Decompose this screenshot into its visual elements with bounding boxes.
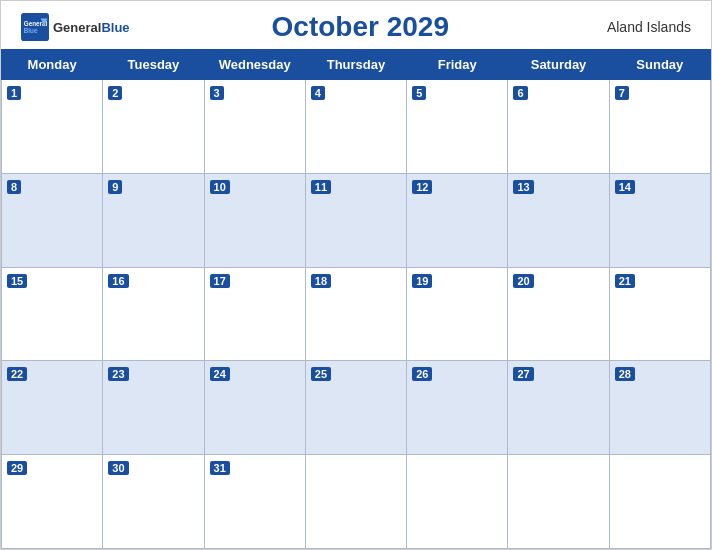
calendar-cell: 4 bbox=[305, 80, 406, 174]
region-label: Aland Islands bbox=[591, 19, 691, 35]
calendar-cell bbox=[305, 455, 406, 549]
calendar-cell: 12 bbox=[407, 173, 508, 267]
calendar-cell: 7 bbox=[609, 80, 710, 174]
calendar-cell: 13 bbox=[508, 173, 609, 267]
calendar-cell: 2 bbox=[103, 80, 204, 174]
day-number: 5 bbox=[412, 86, 426, 100]
calendar-week-row-4: 22232425262728 bbox=[2, 361, 711, 455]
day-number: 19 bbox=[412, 274, 432, 288]
calendar-cell: 23 bbox=[103, 361, 204, 455]
logo-icon: General Blue bbox=[21, 13, 49, 41]
calendar-week-row-3: 15161718192021 bbox=[2, 267, 711, 361]
day-number: 10 bbox=[210, 180, 230, 194]
calendar-cell: 8 bbox=[2, 173, 103, 267]
header-friday: Friday bbox=[407, 50, 508, 80]
header-wednesday: Wednesday bbox=[204, 50, 305, 80]
day-number: 31 bbox=[210, 461, 230, 475]
day-number: 30 bbox=[108, 461, 128, 475]
day-number: 20 bbox=[513, 274, 533, 288]
day-number: 11 bbox=[311, 180, 331, 194]
calendar-cell: 26 bbox=[407, 361, 508, 455]
calendar-cell: 1 bbox=[2, 80, 103, 174]
day-number: 14 bbox=[615, 180, 635, 194]
day-number: 17 bbox=[210, 274, 230, 288]
logo-general-text: General bbox=[53, 20, 101, 35]
day-number: 24 bbox=[210, 367, 230, 381]
calendar-cell: 10 bbox=[204, 173, 305, 267]
header-monday: Monday bbox=[2, 50, 103, 80]
day-number: 29 bbox=[7, 461, 27, 475]
calendar-cell bbox=[407, 455, 508, 549]
logo-blue-text: Blue bbox=[101, 20, 129, 35]
day-number: 22 bbox=[7, 367, 27, 381]
calendar-cell: 22 bbox=[2, 361, 103, 455]
day-number: 18 bbox=[311, 274, 331, 288]
day-number: 25 bbox=[311, 367, 331, 381]
calendar-header: General Blue GeneralBlue October 2029 Al… bbox=[1, 1, 711, 49]
day-number: 6 bbox=[513, 86, 527, 100]
day-number: 1 bbox=[7, 86, 21, 100]
day-number: 21 bbox=[615, 274, 635, 288]
day-number: 2 bbox=[108, 86, 122, 100]
calendar-cell: 11 bbox=[305, 173, 406, 267]
day-number: 4 bbox=[311, 86, 325, 100]
calendar-table: Monday Tuesday Wednesday Thursday Friday… bbox=[1, 49, 711, 549]
calendar-cell: 14 bbox=[609, 173, 710, 267]
header-sunday: Sunday bbox=[609, 50, 710, 80]
calendar-cell: 20 bbox=[508, 267, 609, 361]
calendar-wrapper: General Blue GeneralBlue October 2029 Al… bbox=[0, 0, 712, 550]
calendar-cell: 9 bbox=[103, 173, 204, 267]
calendar-cell: 5 bbox=[407, 80, 508, 174]
header-thursday: Thursday bbox=[305, 50, 406, 80]
day-number: 26 bbox=[412, 367, 432, 381]
calendar-cell: 17 bbox=[204, 267, 305, 361]
calendar-cell: 6 bbox=[508, 80, 609, 174]
weekday-header-row: Monday Tuesday Wednesday Thursday Friday… bbox=[2, 50, 711, 80]
calendar-cell: 27 bbox=[508, 361, 609, 455]
header-saturday: Saturday bbox=[508, 50, 609, 80]
calendar-week-row-5: 293031 bbox=[2, 455, 711, 549]
day-number: 28 bbox=[615, 367, 635, 381]
day-number: 16 bbox=[108, 274, 128, 288]
logo-area: General Blue GeneralBlue bbox=[21, 13, 130, 41]
header-tuesday: Tuesday bbox=[103, 50, 204, 80]
day-number: 15 bbox=[7, 274, 27, 288]
calendar-cell: 30 bbox=[103, 455, 204, 549]
calendar-cell: 19 bbox=[407, 267, 508, 361]
day-number: 7 bbox=[615, 86, 629, 100]
day-number: 9 bbox=[108, 180, 122, 194]
calendar-cell: 3 bbox=[204, 80, 305, 174]
svg-text:Blue: Blue bbox=[24, 27, 38, 34]
day-number: 13 bbox=[513, 180, 533, 194]
calendar-cell: 29 bbox=[2, 455, 103, 549]
calendar-title: October 2029 bbox=[272, 11, 449, 43]
calendar-cell: 16 bbox=[103, 267, 204, 361]
day-number: 12 bbox=[412, 180, 432, 194]
calendar-cell: 24 bbox=[204, 361, 305, 455]
calendar-cell bbox=[508, 455, 609, 549]
calendar-week-row-1: 1234567 bbox=[2, 80, 711, 174]
day-number: 8 bbox=[7, 180, 21, 194]
calendar-cell bbox=[609, 455, 710, 549]
calendar-cell: 25 bbox=[305, 361, 406, 455]
calendar-week-row-2: 891011121314 bbox=[2, 173, 711, 267]
calendar-cell: 15 bbox=[2, 267, 103, 361]
calendar-cell: 18 bbox=[305, 267, 406, 361]
day-number: 3 bbox=[210, 86, 224, 100]
calendar-cell: 21 bbox=[609, 267, 710, 361]
calendar-cell: 28 bbox=[609, 361, 710, 455]
day-number: 23 bbox=[108, 367, 128, 381]
day-number: 27 bbox=[513, 367, 533, 381]
calendar-cell: 31 bbox=[204, 455, 305, 549]
